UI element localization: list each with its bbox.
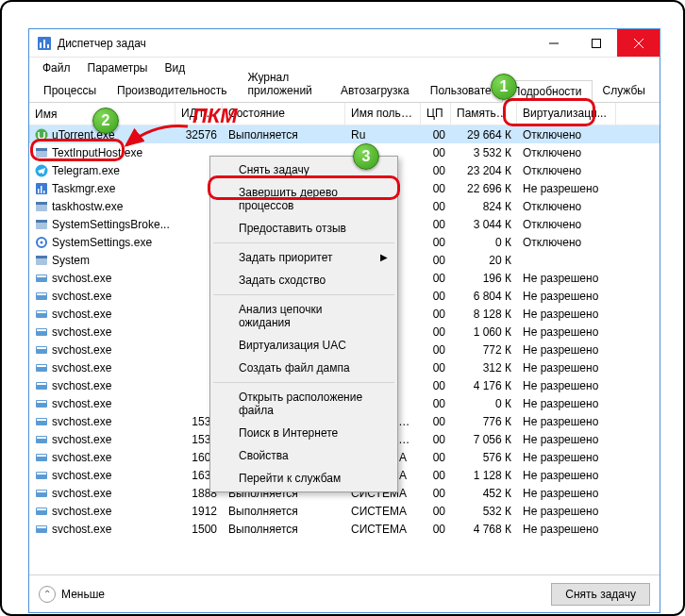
cell-cpu: 00 (421, 253, 451, 268)
cell-cpu: 00 (421, 432, 451, 447)
cell-cpu: 00 (421, 378, 451, 393)
cell-user: СИСТЕМА (345, 522, 421, 537)
minimize-button[interactable] (532, 29, 575, 57)
cell-mem: 0 К (451, 396, 517, 411)
process-name: svchost.exe (52, 469, 111, 482)
col-header-user[interactable]: Имя польз... (345, 103, 421, 125)
tab-users[interactable]: Пользовате (420, 79, 502, 102)
col-header-virt[interactable]: Виртуализаци... (517, 103, 616, 125)
cell-mem: 312 К (451, 360, 517, 375)
cell-cpu: 00 (421, 307, 451, 322)
svg-point-21 (41, 241, 43, 243)
menu-file[interactable]: Файл (35, 59, 78, 76)
cell-cpu: 00 (421, 468, 451, 483)
process-icon (35, 505, 48, 518)
cell-mem: 6 804 К (451, 289, 517, 304)
tab-services[interactable]: Службы (593, 79, 656, 102)
cell-virt: Не разрешено (517, 414, 616, 429)
cell-state: Выполняется (223, 504, 345, 519)
tab-apphistory[interactable]: Журнал приложений (238, 66, 330, 102)
process-icon (35, 164, 48, 177)
process-icon (35, 415, 48, 428)
cell-virt: Отключено (517, 163, 616, 178)
svg-rect-5 (592, 39, 600, 47)
cell-cpu: 00 (421, 181, 451, 196)
process-icon (35, 182, 48, 195)
cell-cpu: 00 (421, 504, 451, 519)
cm-goto-services[interactable]: Перейти к службам (212, 467, 395, 490)
menu-view[interactable]: Вид (157, 59, 192, 76)
chevron-right-icon: ▶ (380, 252, 388, 262)
cell-pid: 32576 (175, 127, 223, 142)
process-name: TextInputHost.exe (52, 146, 142, 159)
end-task-button[interactable]: Снять задачу (551, 583, 650, 606)
fewer-details-label[interactable]: Меньше (61, 588, 105, 601)
cell-virt: Не разрешено (517, 325, 616, 340)
cm-dump[interactable]: Создать файл дампа (212, 357, 395, 379)
tab-startup[interactable]: Автозагрузка (330, 79, 420, 102)
process-name: svchost.exe (52, 415, 111, 428)
cell-virt: Не разрешено (517, 504, 616, 519)
cell-cpu: 00 (421, 163, 451, 178)
svg-rect-3 (47, 44, 49, 48)
cm-analyze-wait[interactable]: Анализ цепочки ожидания (212, 298, 395, 334)
col-header-mem[interactable]: Память (а... (451, 103, 517, 125)
cell-mem: 532 К (451, 504, 517, 519)
cell-pid (175, 152, 223, 154)
tabbar: Процессы Производительность Журнал прило… (29, 78, 660, 103)
process-icon (35, 433, 48, 446)
maximize-button[interactable] (575, 29, 617, 57)
cell-state (223, 152, 345, 154)
close-button[interactable] (617, 29, 660, 57)
cell-user: Ru (345, 127, 421, 142)
process-icon (35, 218, 48, 231)
cell-virt: Не разрешено (517, 450, 616, 465)
cell-cpu: 00 (421, 450, 451, 465)
cell-pid: 1500 (175, 522, 223, 537)
svg-rect-29 (37, 311, 46, 313)
cell-pid: 1912 (175, 504, 223, 519)
cell-virt: Отключено (517, 235, 616, 250)
cell-cpu: 00 (421, 235, 451, 250)
process-name: SystemSettings.exe (52, 236, 152, 249)
col-header-state[interactable]: Состояние (223, 103, 345, 125)
cell-virt: Не разрешено (517, 432, 616, 447)
cm-feedback[interactable]: Предоставить отзыв (212, 217, 395, 240)
process-icon (35, 200, 48, 213)
cell-mem: 1 060 К (451, 325, 517, 340)
process-icon (35, 451, 48, 464)
menu-options[interactable]: Параметры (80, 59, 156, 76)
cell-mem: 196 К (451, 271, 517, 286)
process-name: Taskmgr.exe (52, 182, 115, 195)
col-header-cpu[interactable]: ЦП (421, 103, 451, 125)
chevron-up-icon[interactable]: ⌃ (39, 586, 56, 603)
cell-cpu: 00 (421, 199, 451, 214)
table-row[interactable]: uTorrent.exe32576ВыполняетсяRu0029 664 К… (29, 125, 660, 143)
cm-end-tree[interactable]: Завершить дерево процессов (212, 181, 395, 217)
process-icon (35, 128, 48, 142)
cell-mem: 4 768 К (451, 522, 517, 537)
table-row[interactable]: svchost.exe1912ВыполняетсяСИСТЕМА00532 К… (29, 502, 660, 520)
cm-properties[interactable]: Свойства (212, 444, 395, 467)
cell-mem: 576 К (451, 450, 517, 465)
process-name: SystemSettingsBroke... (52, 218, 170, 231)
cm-search-online[interactable]: Поиск в Интернете (212, 422, 395, 444)
svg-rect-49 (37, 491, 46, 492)
cm-affinity[interactable]: Задать сходство (212, 269, 395, 291)
cm-priority[interactable]: Задать приоритет▶ (212, 246, 395, 269)
svg-rect-17 (36, 202, 47, 205)
cell-virt: Не разрешено (517, 486, 616, 501)
svg-rect-35 (37, 365, 46, 367)
badge-1: 1 (491, 74, 517, 100)
table-row[interactable]: svchost.exe1500ВыполняетсяСИСТЕМА004 768… (29, 520, 660, 538)
process-name: svchost.exe (52, 361, 111, 375)
cm-uac-virt[interactable]: Виртуализация UAC (212, 334, 395, 357)
process-icon (35, 343, 48, 357)
svg-rect-53 (37, 526, 46, 528)
badge-3: 3 (353, 143, 379, 170)
tab-processes[interactable]: Процессы (33, 79, 107, 102)
cell-virt: Не разрешено (517, 271, 616, 286)
tab-performance[interactable]: Производительность (107, 79, 237, 102)
cm-open-location[interactable]: Открыть расположение файла (212, 386, 395, 422)
process-name: svchost.exe (52, 308, 111, 321)
